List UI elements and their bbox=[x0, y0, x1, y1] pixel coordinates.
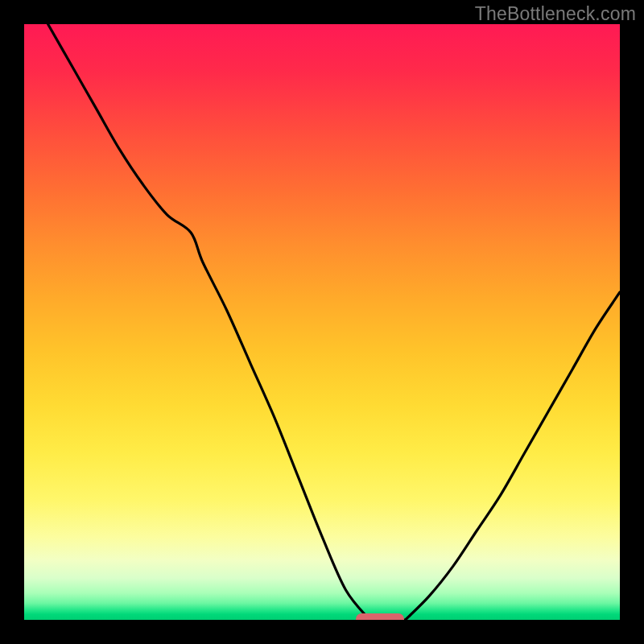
curve-path bbox=[48, 24, 620, 620]
plot-area bbox=[24, 24, 620, 620]
bottleneck-curve bbox=[24, 24, 620, 620]
chart-frame: TheBottleneck.com bbox=[0, 0, 644, 644]
optimum-marker bbox=[356, 613, 404, 620]
watermark-text: TheBottleneck.com bbox=[475, 3, 636, 25]
